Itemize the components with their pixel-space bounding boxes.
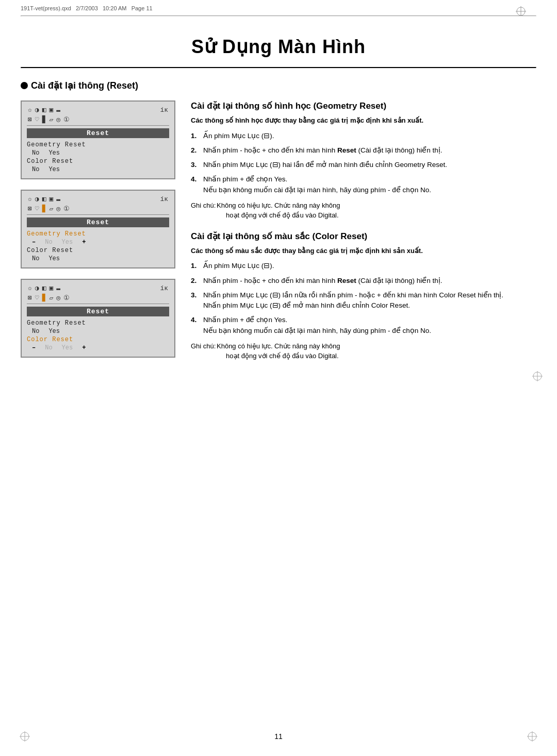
osd-geo-minus-2: –	[32, 239, 36, 246]
color-note-text: Không có hiệu lực. Chức năng này không h…	[217, 342, 340, 360]
osd-geometry-label-3: Geometry Reset	[27, 320, 169, 327]
star-icon-3: ✩	[28, 284, 32, 292]
geometry-note-text: Không có hiệu lực. Chức năng này không h…	[217, 201, 340, 220]
osd-color-sub-1: No Yes	[32, 166, 169, 173]
geometry-note: Ghi chú: Không có hiệu lực. Chức năng nà…	[191, 200, 536, 221]
color-section-title: Cài đặt lại thông số màu sắc (Color Rese…	[191, 231, 536, 242]
geometry-step-3: 3. Nhấn phím Mục Lục (⊟) hai lần để mở m…	[191, 160, 536, 170]
color-step-2: 2. Nhấn phím - hoặc + cho đến khi màn hì…	[191, 276, 536, 286]
osd-color-label-2: Color Reset	[27, 247, 169, 254]
color-step-text-2: Nhấn phím - hoặc + cho đến khi màn hình …	[203, 277, 443, 284]
cursor-icon-3: íĸ	[160, 284, 168, 292]
osd-geometry-label-1: Geometry Reset	[27, 141, 169, 148]
osd-color-sub-3: – No Yes +	[32, 344, 169, 351]
instructions-column: Cài đặt lại thông số hình học (Geometry …	[191, 100, 536, 372]
reg-mark-bottom-left	[20, 731, 30, 742]
color-bold-note: Các thông số màu sắc được thay bằng các …	[191, 246, 536, 256]
geometry-step-1: 1. Ấn phím Mục Lục (⊟).	[191, 131, 536, 141]
contrast-icon-2: ◑	[35, 195, 39, 203]
circle-icon-2: ◎	[56, 205, 60, 213]
osd-reset-bar-1: Reset	[27, 128, 169, 138]
geometry-bold-note: Các thông số hình học được thay bằng các…	[191, 115, 536, 126]
osd-geo-yes-2: Yes	[62, 239, 73, 246]
osd-color-plus-3: +	[82, 344, 86, 351]
color-note-label: Ghi chú:	[191, 341, 216, 351]
heart-icon: ♡	[35, 115, 39, 124]
color-step-1: 1. Ấn phím Mục Lục (⊟).	[191, 261, 536, 271]
step-text-4: Nhấn phím + để chọn Yes.Nếu bạn không mu…	[203, 175, 431, 193]
page-number: 11	[274, 732, 283, 741]
color-step-text-3: Nhấn phím Mục Lục (⊟) lần nữa rồi nhấn p…	[203, 291, 503, 309]
osd-icons-row-1b: ⊠ ♡ ▊ ▱ ◎ ①	[27, 115, 169, 124]
osd-geo-yes-1: Yes	[48, 149, 60, 157]
color-step-num-3: 3.	[191, 290, 196, 300]
geometry-section-title: Cài đặt lại thông số hình học (Geometry …	[191, 100, 536, 111]
heart-icon-2: ♡	[35, 205, 39, 213]
geometry-instruction-list: 1. Ấn phím Mục Lục (⊟). 2. Nhấn phím - h…	[191, 131, 536, 195]
osd-reset-bar-3: Reset	[27, 307, 169, 316]
step-text-3: Nhấn phím Mục Lục (⊟) hai lần để mở màn …	[203, 161, 447, 169]
step-num-3: 3.	[191, 160, 196, 170]
header-page: Page 11	[132, 5, 153, 11]
osd-geo-yes-3: Yes	[48, 328, 60, 335]
step-text-2: Nhấn phím - hoặc + cho đến khi màn hình …	[203, 146, 443, 154]
osd-geo-no-2: No	[45, 239, 52, 246]
step-num-4: 4.	[191, 174, 196, 184]
bars-icon: ▊	[42, 115, 46, 124]
osd-box-1: ✩ ◑ ◧ ▣ ▬ íĸ ⊠ ♡ ▊ ▱ ◎ ① Reset Geometry …	[21, 100, 175, 179]
osd-color-yes-2: Yes	[48, 255, 60, 262]
header-file: 191T-vet(press).qxd	[21, 5, 71, 11]
osd-geometry-sub-2: – No Yes +	[32, 239, 169, 246]
osd-geometry-sub-1: No Yes	[32, 149, 169, 157]
color-step-3: 3. Nhấn phím Mục Lục (⊟) lần nữa rồi nhấ…	[191, 290, 536, 311]
power-icon-3: ①	[63, 294, 70, 302]
bars-icon-3: ▊	[42, 294, 46, 302]
cursor-icon: íĸ	[160, 106, 168, 114]
box-icon-3: ▱	[49, 294, 53, 302]
header-date: 2/7/2003	[76, 5, 98, 11]
color-instruction-list: 1. Ấn phím Mục Lục (⊟). 2. Nhấn phím - h…	[191, 261, 536, 336]
osd-color-minus-3: –	[32, 344, 36, 351]
color-step-text-4: Nhấn phím + để chọn Yes.Nếu bạn không mu…	[203, 316, 431, 334]
power-icon-2: ①	[63, 205, 70, 213]
osd-geo-plus-2: +	[82, 239, 86, 246]
color-step-num-1: 1.	[191, 261, 196, 271]
osd-icons-row-1a: ✩ ◑ ◧ ▣ ▬ íĸ	[27, 106, 169, 114]
contrast-icon-3: ◑	[35, 284, 39, 292]
box-icon: ▱	[49, 115, 53, 124]
position-icon: ▣	[49, 106, 53, 114]
osd-icons-row-2a: ✩ ◑ ◧ ▣ ▬ íĸ	[27, 195, 169, 203]
header-time: 10:20 AM	[103, 5, 126, 11]
contrast-icon: ◑	[35, 106, 39, 114]
reg-mark-top	[516, 6, 526, 16]
resize-icon-3: ◧	[42, 284, 46, 292]
section-heading: Cài đặt lại thông (Reset)	[21, 80, 536, 91]
osd-color-label-1: Color Reset	[27, 158, 169, 165]
osd-geo-no-1: No	[32, 149, 39, 157]
osd-color-no-3: No	[45, 344, 52, 351]
screen-icon-3: ▬	[56, 284, 60, 292]
cursor-icon-2: íĸ	[160, 195, 168, 203]
osd-icons-row-3a: ✩ ◑ ◧ ▣ ▬ íĸ	[27, 284, 169, 292]
star-icon: ✩	[28, 106, 32, 114]
osd-color-sub-2: No Yes	[32, 255, 169, 262]
reg-mark-mid-right	[532, 371, 543, 381]
color-note: Ghi chú: Không có hiệu lực. Chức năng nà…	[191, 341, 536, 361]
osd-reset-bar-2: Reset	[27, 217, 169, 227]
geometry-step-2: 2. Nhấn phím - hoặc + cho đến khi màn hì…	[191, 145, 536, 156]
osd-color-yes-3: Yes	[62, 344, 73, 351]
position-icon-3: ▣	[49, 284, 53, 292]
position-icon-2: ▣	[49, 195, 53, 203]
crop-icon-2: ⊠	[28, 205, 32, 213]
osd-geometry-label-2: Geometry Reset	[27, 230, 169, 238]
circle-icon: ◎	[56, 115, 60, 124]
bullet-icon	[21, 82, 28, 89]
osd-icons-row-3b: ⊠ ♡ ▊ ▱ ◎ ①	[27, 294, 169, 302]
page-header: 191T-vet(press).qxd 2/7/2003 10:20 AM Pa…	[21, 5, 153, 11]
osd-box-2: ✩ ◑ ◧ ▣ ▬ íĸ ⊠ ♡ ▊ ▱ ◎ ① Reset Geometry …	[21, 190, 175, 268]
title-rule	[21, 67, 536, 69]
osd-column: ✩ ◑ ◧ ▣ ▬ íĸ ⊠ ♡ ▊ ▱ ◎ ① Reset Geometry …	[21, 100, 175, 372]
color-step-num-2: 2.	[191, 276, 196, 286]
osd-box-3: ✩ ◑ ◧ ▣ ▬ íĸ ⊠ ♡ ▊ ▱ ◎ ① Reset Geometry …	[21, 279, 175, 358]
circle-icon-3: ◎	[56, 294, 60, 302]
